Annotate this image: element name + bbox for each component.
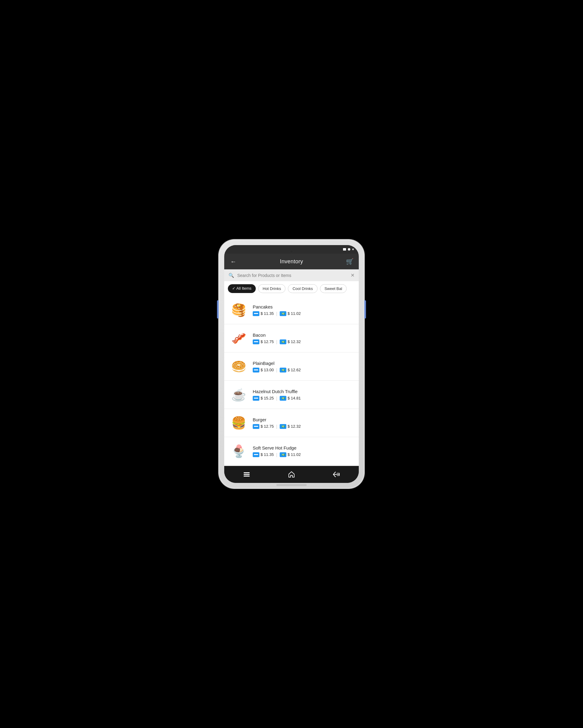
cart-button[interactable]: 🛒 (345, 258, 354, 265)
item-name: PlainBagel (253, 361, 354, 366)
filter-cool-drinks[interactable]: Cool Drinks (288, 284, 317, 293)
item-name: Pancakes (253, 304, 354, 309)
price-divider: | (276, 368, 277, 372)
item-info: Burger $ 12.75 | 💵 $ 12.32 (253, 417, 354, 429)
item-info: Bacon $ 12.75 | 💵 $ 12.32 (253, 333, 354, 344)
cash-price: 💵 $ 12.32 (280, 339, 301, 344)
card-payment-icon (253, 311, 259, 316)
filter-sweet-bal[interactable]: Sweet Bal (320, 284, 347, 293)
card-price-value: $ 11.35 (260, 311, 274, 316)
app-header: ← Inventory 🛒 (224, 254, 359, 269)
item-name: Bacon (253, 333, 354, 338)
item-prices: $ 12.75 | 💵 $ 12.32 (253, 424, 354, 429)
svg-rect-0 (244, 472, 250, 473)
cash-payment-icon: 💵 (280, 424, 286, 429)
item-info: Soft Serve Hot Fudge $ 11.35 | 💵 $ 11.02 (253, 445, 354, 457)
signal-icon (343, 248, 346, 251)
card-payment-icon (253, 368, 259, 372)
card-payment-icon (253, 396, 259, 401)
item-image: 🥞 (229, 300, 248, 320)
item-info: PlainBagel $ 13.00 | 💵 $ 12.62 (253, 361, 354, 372)
cash-payment-icon: 💵 (280, 339, 286, 344)
filter-all-items[interactable]: All Items (228, 284, 256, 293)
card-price-value: $ 12.75 (260, 424, 274, 428)
price-divider: | (276, 311, 277, 316)
list-item[interactable]: ☕ Hazelnut Dutch Truffle $ 15.25 | 💵 $ 1… (224, 381, 359, 409)
card-price: $ 13.00 (253, 368, 274, 372)
clear-icon[interactable]: ✕ (351, 272, 355, 278)
cash-payment-icon: 💵 (280, 452, 286, 457)
screen-content: ← Inventory 🛒 🔍 ✕ All Items Hot Drinks C… (224, 254, 359, 466)
item-image: ☕ (229, 385, 248, 404)
cash-price-value: $ 11.02 (287, 311, 301, 316)
search-bar: 🔍 ✕ (224, 269, 359, 281)
cash-price: 💵 $ 11.02 (280, 452, 301, 457)
bottom-grip (276, 484, 307, 486)
back-nav-button[interactable] (330, 468, 342, 480)
item-info: Pancakes $ 11.35 | 💵 $ 11.02 (253, 304, 354, 316)
price-divider: | (276, 396, 277, 401)
phone-screen: ▾ ← Inventory 🛒 🔍 ✕ All Items Hot Drinks… (224, 245, 359, 483)
item-name: Burger (253, 417, 354, 422)
search-input[interactable] (237, 273, 348, 278)
wifi-dot-icon (348, 248, 350, 251)
cash-payment-icon: 💵 (280, 368, 286, 372)
back-button[interactable]: ← (229, 258, 238, 265)
svg-rect-1 (244, 474, 250, 475)
cash-price: 💵 $ 11.02 (280, 311, 301, 316)
svg-rect-2 (244, 476, 250, 476)
price-divider: | (276, 452, 277, 457)
card-price-value: $ 11.35 (260, 452, 274, 457)
item-prices: $ 15.25 | 💵 $ 14.81 (253, 396, 354, 401)
price-divider: | (276, 424, 277, 429)
card-price: $ 11.35 (253, 311, 274, 316)
cash-price: 💵 $ 14.81 (280, 396, 301, 401)
item-prices: $ 11.35 | 💵 $ 11.02 (253, 452, 354, 457)
cash-price-value: $ 12.62 (287, 368, 301, 372)
card-price: $ 12.75 (253, 424, 274, 429)
card-price: $ 11.35 (253, 452, 274, 457)
items-list: 🥞 Pancakes $ 11.35 | 💵 $ 11.02 🥓 Bacon (224, 296, 359, 466)
card-price: $ 15.25 (253, 396, 274, 401)
list-item[interactable]: 🥯 PlainBagel $ 13.00 | 💵 $ 12.62 (224, 353, 359, 381)
card-payment-icon (253, 452, 259, 457)
filter-hot-drinks[interactable]: Hot Drinks (258, 284, 286, 293)
item-image: 🍨 (229, 441, 248, 461)
item-name: Hazelnut Dutch Truffle (253, 389, 354, 394)
item-image: 🥓 (229, 329, 248, 348)
phone-device: ▾ ← Inventory 🛒 🔍 ✕ All Items Hot Drinks… (219, 240, 364, 488)
bottom-nav (224, 466, 359, 483)
item-info: Hazelnut Dutch Truffle $ 15.25 | 💵 $ 14.… (253, 389, 354, 401)
front-camera (290, 250, 293, 253)
cash-price: 💵 $ 12.62 (280, 368, 301, 372)
list-item[interactable]: 🥞 Pancakes $ 11.35 | 💵 $ 11.02 (224, 296, 359, 324)
price-divider: | (276, 339, 277, 344)
home-nav-button[interactable] (285, 468, 298, 480)
list-item[interactable]: 🍔 Burger $ 12.75 | 💵 $ 12.32 (224, 409, 359, 437)
filter-tabs: All Items Hot Drinks Cool Drinks Sweet B… (224, 281, 359, 296)
power-button[interactable] (364, 300, 366, 318)
item-image: 🍔 (229, 413, 248, 433)
card-price: $ 12.75 (253, 339, 274, 344)
cash-price: 💵 $ 12.32 (280, 424, 301, 429)
item-image: 🥯 (229, 357, 248, 376)
card-price-value: $ 13.00 (260, 368, 274, 372)
cash-payment-icon: 💵 (280, 311, 286, 316)
card-payment-icon (253, 339, 259, 344)
search-icon: 🔍 (228, 273, 234, 278)
cash-payment-icon: 💵 (280, 396, 286, 401)
cash-price-value: $ 12.32 (287, 339, 301, 344)
menu-nav-button[interactable] (241, 468, 253, 480)
page-title: Inventory (280, 258, 303, 265)
card-price-value: $ 15.25 (260, 396, 274, 400)
list-item[interactable]: 🥓 Bacon $ 12.75 | 💵 $ 12.32 (224, 324, 359, 353)
cash-price-value: $ 14.81 (287, 396, 301, 400)
item-prices: $ 12.75 | 💵 $ 12.32 (253, 339, 354, 344)
item-name: Soft Serve Hot Fudge (253, 445, 354, 450)
wifi-icon: ▾ (352, 247, 354, 252)
item-prices: $ 11.35 | 💵 $ 11.02 (253, 311, 354, 316)
item-prices: $ 13.00 | 💵 $ 12.62 (253, 368, 354, 372)
volume-button[interactable] (217, 300, 219, 318)
card-payment-icon (253, 424, 259, 429)
list-item[interactable]: 🍨 Soft Serve Hot Fudge $ 11.35 | 💵 $ 11.… (224, 437, 359, 465)
